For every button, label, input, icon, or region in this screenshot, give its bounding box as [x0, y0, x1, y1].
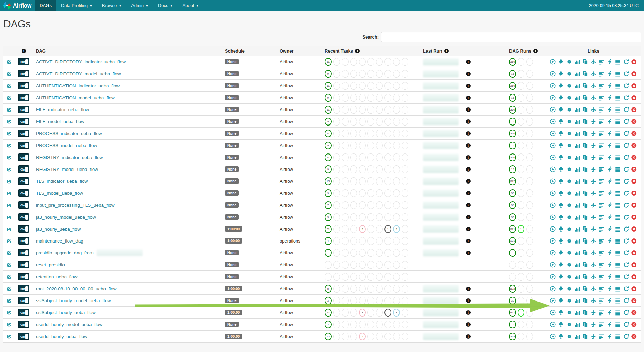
scheduled-count-circle[interactable] — [402, 237, 408, 245]
refresh-dag-icon[interactable] — [623, 178, 629, 184]
tree-view-icon[interactable] — [558, 107, 564, 113]
dag-on-off-toggle[interactable]: On — [18, 309, 29, 316]
dag-name-link[interactable]: TLS_model_ueba_flow — [36, 191, 83, 196]
trigger-dag-icon[interactable] — [550, 131, 556, 136]
dag-on-off-toggle[interactable]: On — [18, 249, 29, 256]
success-count-circle[interactable] — [325, 249, 332, 257]
failed-count-circle[interactable] — [526, 213, 533, 221]
failed-count-circle[interactable] — [526, 177, 533, 185]
logs-icon[interactable] — [615, 202, 621, 208]
gantt-view-icon[interactable] — [599, 238, 604, 244]
task-tries-icon[interactable] — [582, 131, 588, 136]
task-tries-icon[interactable] — [582, 59, 588, 65]
running-count-circle[interactable] — [518, 249, 524, 257]
gantt-view-icon[interactable] — [599, 226, 604, 232]
refresh-dag-icon[interactable] — [623, 83, 629, 89]
graph-view-icon[interactable] — [566, 322, 572, 327]
refresh-dag-icon[interactable] — [623, 190, 629, 196]
scheduled-count-circle[interactable] — [402, 285, 408, 293]
edit-dag-icon[interactable] — [7, 190, 11, 196]
queued-count-circle[interactable] — [384, 82, 391, 90]
up_for_reschedule-count-circle[interactable] — [376, 201, 383, 209]
gantt-view-icon[interactable] — [599, 178, 604, 184]
delete-dag-icon[interactable] — [631, 71, 637, 77]
delete-dag-icon[interactable] — [631, 298, 637, 304]
success-count-circle[interactable]: 360 — [509, 153, 516, 161]
running-count-circle[interactable] — [518, 130, 524, 137]
up_for_retry-count-circle[interactable] — [367, 153, 374, 161]
edit-dag-icon[interactable] — [7, 83, 11, 89]
success-count-circle[interactable]: 360 — [509, 82, 516, 90]
up_for_reschedule-count-circle[interactable] — [376, 94, 383, 102]
failed-count-circle[interactable] — [526, 333, 533, 340]
task-tries-icon[interactable] — [582, 95, 588, 101]
delete-dag-icon[interactable] — [631, 178, 637, 184]
last-run-info-icon[interactable]: i — [466, 334, 471, 339]
dag-name-link[interactable]: PROCESS_model_ueba_flow — [36, 143, 97, 148]
running-count-circle[interactable] — [518, 177, 524, 185]
running-count-circle[interactable] — [333, 189, 340, 197]
queued-count-circle[interactable] — [384, 321, 391, 328]
last-run-info-icon[interactable]: i — [466, 298, 471, 303]
failed-count-circle[interactable] — [526, 237, 533, 245]
up_for_retry-count-circle[interactable] — [367, 165, 374, 173]
nav-item-admin[interactable]: Admin ▼ — [126, 0, 153, 11]
success-count-circle[interactable]: 4 — [325, 237, 332, 245]
success-count-circle[interactable]: 11 — [325, 130, 332, 137]
skipped-count-circle[interactable] — [359, 142, 366, 149]
running-count-circle[interactable] — [518, 237, 524, 245]
edit-dag-icon[interactable] — [7, 95, 11, 101]
last-run-info-icon[interactable]: i — [466, 84, 471, 88]
task-duration-icon[interactable] — [574, 274, 580, 280]
failed-count-circle[interactable] — [526, 297, 533, 305]
upstream_failed-count-circle[interactable] — [350, 142, 357, 149]
success-count-circle[interactable]: 21 — [325, 309, 332, 317]
queued-count-circle[interactable] — [384, 58, 391, 66]
success-count-circle[interactable]: 872 — [509, 285, 516, 293]
trigger-dag-icon[interactable] — [550, 334, 556, 339]
task-tries-icon[interactable] — [582, 166, 588, 172]
none-count-circle[interactable] — [393, 118, 400, 126]
success-count-circle[interactable] — [509, 249, 516, 257]
up_for_retry-count-circle[interactable] — [367, 333, 374, 340]
tree-view-icon[interactable] — [558, 262, 564, 268]
success-count-circle[interactable]: 8 — [325, 285, 332, 293]
failed-count-circle[interactable] — [342, 106, 349, 114]
graph-view-icon[interactable] — [566, 298, 572, 304]
upstream_failed-count-circle[interactable] — [350, 82, 357, 90]
task-duration-icon[interactable] — [574, 166, 580, 172]
refresh-dag-icon[interactable] — [623, 250, 629, 256]
running-count-circle[interactable] — [518, 333, 524, 340]
skipped-count-circle[interactable] — [359, 153, 366, 161]
code-view-icon[interactable] — [607, 166, 613, 172]
code-view-icon[interactable] — [607, 155, 613, 160]
up_for_reschedule-count-circle[interactable] — [376, 273, 383, 281]
running-count-circle[interactable] — [518, 321, 524, 328]
gantt-view-icon[interactable] — [599, 95, 604, 101]
task-tries-icon[interactable] — [582, 83, 588, 89]
queued-count-circle[interactable] — [384, 106, 391, 114]
dag-on-off-toggle[interactable]: On — [18, 70, 29, 77]
success-count-circle[interactable]: 9 — [325, 118, 332, 126]
delete-dag-icon[interactable] — [631, 226, 637, 232]
running-count-circle[interactable] — [333, 225, 340, 233]
running-count-circle[interactable] — [333, 201, 340, 209]
code-view-icon[interactable] — [607, 322, 613, 327]
failed-count-circle[interactable] — [342, 130, 349, 137]
queued-count-circle[interactable] — [384, 237, 391, 245]
scheduled-count-circle[interactable] — [402, 249, 408, 257]
skipped-count-circle[interactable]: 3 — [359, 309, 366, 317]
running-count-circle[interactable] — [333, 285, 340, 293]
queued-count-circle[interactable] — [384, 261, 391, 269]
queued-count-circle[interactable] — [384, 201, 391, 209]
logs-icon[interactable] — [615, 322, 621, 327]
scheduled-count-circle[interactable] — [402, 309, 408, 317]
up_for_retry-count-circle[interactable] — [367, 94, 374, 102]
dag-name-link[interactable]: AUTHENTICATION_model_ueba_flow — [36, 95, 115, 100]
refresh-dag-icon[interactable] — [623, 298, 629, 304]
code-view-icon[interactable] — [607, 95, 613, 101]
gantt-view-icon[interactable] — [599, 107, 604, 113]
refresh-dag-icon[interactable] — [623, 322, 629, 327]
failed-count-circle[interactable] — [342, 225, 349, 233]
up_for_retry-count-circle[interactable] — [367, 106, 374, 114]
